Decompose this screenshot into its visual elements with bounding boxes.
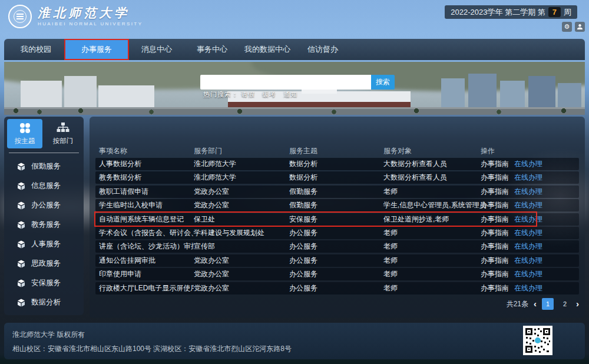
service-box-icon xyxy=(17,201,25,210)
cell-department: 党政办公室 xyxy=(194,283,289,293)
cell-topic: 办公服务 xyxy=(289,256,383,266)
online-handle-link[interactable]: 在线办理 xyxy=(514,228,542,238)
nav-tab-3[interactable]: 消息中心 xyxy=(129,39,184,60)
sidebar-item-8[interactable]: 数据分析 xyxy=(4,293,84,312)
cell-name: 通知公告挂网审批 xyxy=(95,256,194,266)
service-box-icon xyxy=(17,240,25,249)
table-row-1[interactable]: 人事数据分析淮北师范大学数据分析大数据分析查看人员办事指南在线办理 xyxy=(95,158,579,170)
guide-link[interactable]: 办事指南 xyxy=(481,159,509,169)
table-row-6[interactable]: 学术会议（含报告会、研讨会、读书..学科建设与发展规划处办公服务老师办事指南在线… xyxy=(95,227,579,239)
org-chart-icon xyxy=(57,122,70,134)
sidebar-item-6[interactable]: 思政服务 xyxy=(4,254,84,273)
cell-name: 教务数据分析 xyxy=(95,173,194,183)
sidebar-item-label: 数据分析 xyxy=(31,297,61,307)
guide-link[interactable]: 办事指南 xyxy=(481,269,509,279)
column-header-4: 服务对象 xyxy=(383,146,481,156)
cell-target: 大数据分析查看人员 xyxy=(383,159,481,169)
online-handle-link[interactable]: 在线办理 xyxy=(514,269,542,279)
sidebar-item-label: 办公服务 xyxy=(31,200,61,210)
online-handle-link[interactable]: 在线办理 xyxy=(514,241,542,252)
online-handle-link[interactable]: 在线办理 xyxy=(514,159,542,169)
building-shape xyxy=(21,81,62,110)
sidebar-item-7[interactable]: 安保服务 xyxy=(4,273,84,293)
guide-link[interactable]: 办事指南 xyxy=(481,283,509,293)
online-handle-link[interactable]: 在线办理 xyxy=(514,200,542,210)
building-shape xyxy=(64,76,97,110)
service-box-icon xyxy=(17,182,25,190)
sidebar-item-4[interactable]: 教务服务 xyxy=(4,215,84,234)
prev-page-button[interactable]: ‹ xyxy=(534,298,537,310)
guide-link[interactable]: 办事指南 xyxy=(481,173,509,183)
nav-tabs: 我的校园办事服务消息中心事务中心我的数据中心信访督办 xyxy=(4,39,350,60)
nav-tab-1[interactable]: 我的校园 xyxy=(8,39,64,60)
column-header-5: 操作 xyxy=(481,146,579,156)
cell-operations: 办事指南在线办理 xyxy=(481,228,579,238)
online-handle-link[interactable]: 在线办理 xyxy=(514,256,542,266)
guide-link[interactable]: 办事指南 xyxy=(481,241,509,252)
guide-link[interactable]: 办事指南 xyxy=(481,228,509,238)
settings-button[interactable]: ⚙ xyxy=(562,22,572,32)
page-button-2[interactable]: 2 xyxy=(559,298,571,310)
sidebar-tab-2[interactable]: 按部门 xyxy=(45,119,81,148)
service-box-icon xyxy=(17,279,25,287)
university-name-cn: 淮北师范大学 xyxy=(38,6,143,19)
university-seal-icon xyxy=(8,5,32,28)
page-button-1[interactable]: 1 xyxy=(542,298,554,310)
service-box-icon xyxy=(17,260,25,268)
online-handle-link[interactable]: 在线办理 xyxy=(514,187,542,197)
nav-tab-4[interactable]: 事务中心 xyxy=(184,39,240,60)
online-handle-link[interactable]: 在线办理 xyxy=(514,173,542,183)
sidebar-item-1[interactable]: 假勤服务 xyxy=(4,157,84,176)
sidebar-item-5[interactable]: 人事服务 xyxy=(4,234,84,254)
sidebar-item-2[interactable]: 信息服务 xyxy=(4,176,84,196)
online-handle-link[interactable]: 在线办理 xyxy=(514,283,542,293)
table-row-7[interactable]: 讲座（含论坛、沙龙活动）审批（备..宣传部办公服务老师办事指南在线办理 xyxy=(95,240,579,253)
table-row-2[interactable]: 教务数据分析淮北师范大学数据分析大数据分析查看人员办事指南在线办理 xyxy=(95,171,579,184)
sidebar-tabs: 按主题按部门 xyxy=(4,117,84,148)
sidebar-item-3[interactable]: 办公服务 xyxy=(4,196,84,215)
cell-target: 老师 xyxy=(383,269,481,279)
cell-department: 保卫处 xyxy=(194,214,289,224)
cell-operations: 办事指南在线办理 xyxy=(481,159,579,169)
sidebar-tab-1[interactable]: 按主题 xyxy=(7,119,42,148)
guide-link[interactable]: 办事指南 xyxy=(481,214,509,224)
table-header-row: 事项名称服务部门服务主题服务对象操作 xyxy=(95,144,579,158)
nav-tab-2[interactable]: 办事服务 xyxy=(64,39,129,60)
cell-name: 教职工请假申请 xyxy=(95,187,194,197)
search-input[interactable] xyxy=(200,75,371,90)
cell-topic: 假勤服务 xyxy=(289,200,383,210)
search-button[interactable]: 搜索 xyxy=(371,75,395,90)
qr-code-image xyxy=(525,327,551,353)
table-row-8[interactable]: 通知公告挂网审批党政办公室办公服务老师办事指南在线办理 xyxy=(95,254,579,267)
cell-name: 人事数据分析 xyxy=(95,159,194,169)
guide-link[interactable]: 办事指南 xyxy=(481,187,509,197)
guide-link[interactable]: 办事指南 xyxy=(481,256,509,266)
table-row-9[interactable]: 印章使用申请党政办公室办公服务老师办事指南在线办理 xyxy=(95,268,579,280)
sidebar-item-label: 人事服务 xyxy=(31,239,61,249)
cell-department: 党政办公室 xyxy=(194,200,289,210)
table-row-10[interactable]: 行政楼大厅LED电子显示屏使用申请党政办公室办公服务老师办事指南在线办理 xyxy=(95,282,579,294)
nav-tab-6[interactable]: 信访督办 xyxy=(295,39,350,60)
cell-target: 老师 xyxy=(383,187,481,197)
semester-indicator: 2022-2023学年 第二学期 第 7 周 xyxy=(445,5,577,19)
pagination: 共21条 ‹ 12 › xyxy=(507,298,579,310)
cell-target: 老师 xyxy=(383,241,481,252)
cell-department: 宣传部 xyxy=(194,241,289,252)
semester-text: 2022-2023学年 第二学期 第 xyxy=(451,5,545,19)
next-page-button[interactable]: › xyxy=(576,298,579,310)
table-row-5[interactable]: 自动道闸系统车辆信息登记保卫处安保服务保卫处道闸抄送,老师办事指南在线办理 xyxy=(95,213,579,226)
person-icon xyxy=(577,24,583,30)
table-row-3[interactable]: 教职工请假申请党政办公室假勤服务老师办事指南在线办理 xyxy=(95,186,579,198)
online-handle-link[interactable]: 在线办理 xyxy=(514,214,542,224)
nav-tab-5[interactable]: 我的数据中心 xyxy=(240,39,295,60)
user-button[interactable] xyxy=(575,22,585,32)
hot-search-links[interactable]: 热门搜索： 请假 缓考 通知 xyxy=(203,90,297,99)
service-box-icon xyxy=(17,221,25,229)
cell-target: 学生,信息中心管理员,系统管理员 xyxy=(383,200,481,210)
cell-operations: 办事指南在线办理 xyxy=(481,187,579,197)
table-row-4[interactable]: 学生临时出入校申请党政办公室假勤服务学生,信息中心管理员,系统管理员办事指南在线… xyxy=(95,199,579,211)
table-rows: 人事数据分析淮北师范大学数据分析大数据分析查看人员办事指南在线办理教务数据分析淮… xyxy=(95,158,579,296)
cell-target: 大数据分析查看人员 xyxy=(383,173,481,183)
cell-topic: 办公服务 xyxy=(289,241,383,252)
guide-link[interactable]: 办事指南 xyxy=(481,200,509,210)
